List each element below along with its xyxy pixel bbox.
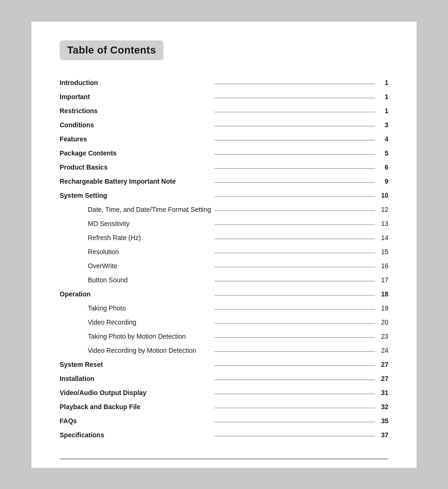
toc-label: Resolution bbox=[60, 242, 215, 256]
toc-dots bbox=[215, 214, 375, 228]
toc-dots bbox=[215, 116, 375, 130]
toc-row: Taking Photo19 bbox=[60, 299, 388, 313]
toc-page-number: 27 bbox=[375, 369, 388, 383]
toc-dots bbox=[215, 397, 375, 411]
toc-row: Button Sound17 bbox=[60, 271, 388, 285]
toc-dots bbox=[215, 285, 375, 299]
toc-page-number: 1 bbox=[375, 101, 388, 116]
toc-label: Playback and Backup File bbox=[60, 397, 215, 411]
title-box: Table of Contents bbox=[60, 40, 163, 60]
toc-page-number: 23 bbox=[375, 327, 388, 341]
toc-row: OverWrite16 bbox=[60, 256, 388, 271]
toc-page-number: 19 bbox=[375, 299, 388, 313]
toc-page-number: 16 bbox=[375, 256, 388, 271]
toc-page-number: 9 bbox=[375, 172, 388, 186]
toc-row: Video/Audio Output Display31 bbox=[60, 383, 388, 397]
bottom-bar bbox=[60, 458, 388, 459]
toc-label: Date, Time, and Date/Time Format Setting bbox=[60, 200, 215, 214]
toc-page-number: 1 bbox=[375, 87, 388, 101]
toc-label: Product Basics bbox=[60, 158, 215, 172]
toc-row: Features4 bbox=[60, 130, 388, 144]
toc-label: Taking Photo by Motion Detection bbox=[60, 327, 215, 341]
toc-label: Video Recording by Motion Detection bbox=[60, 341, 215, 355]
toc-dots bbox=[215, 411, 375, 426]
toc-label: Specifications bbox=[60, 426, 215, 440]
toc-dots bbox=[215, 299, 375, 313]
toc-dots bbox=[215, 341, 375, 355]
toc-label: Rechargeable Battery Important Note bbox=[60, 172, 215, 186]
toc-row: System Reset27 bbox=[60, 355, 388, 369]
toc-page-number: 14 bbox=[375, 228, 388, 242]
toc-page-number: 10 bbox=[375, 186, 388, 200]
toc-label: Taking Photo bbox=[60, 299, 215, 313]
toc-page-number: 27 bbox=[375, 355, 388, 369]
toc-page-number: 17 bbox=[375, 271, 388, 285]
toc-label: System Reset bbox=[60, 355, 215, 369]
toc-row: Operation18 bbox=[60, 285, 388, 299]
toc-dots bbox=[215, 256, 375, 271]
toc-dots bbox=[215, 130, 375, 144]
toc-label: System Setting bbox=[60, 186, 215, 200]
toc-label: Features bbox=[60, 130, 215, 144]
toc-dots bbox=[215, 73, 375, 87]
toc-row: Important1 bbox=[60, 87, 388, 101]
toc-row: FAQs35 bbox=[60, 411, 388, 426]
page: Table of Contents Introduction1Important… bbox=[31, 22, 417, 468]
toc-row: Specifications37 bbox=[60, 426, 388, 440]
toc-row: Video Recording by Motion Detection24 bbox=[60, 341, 388, 355]
toc-row: Introduction1 bbox=[60, 73, 388, 87]
toc-dots bbox=[215, 313, 375, 327]
toc-label: Operation bbox=[60, 285, 215, 299]
toc-page-number: 12 bbox=[375, 200, 388, 214]
toc-label: Video/Audio Output Display bbox=[60, 383, 215, 397]
toc-dots bbox=[215, 242, 375, 256]
toc-dots bbox=[215, 87, 375, 101]
toc-row: Package Contents5 bbox=[60, 144, 388, 158]
toc-page-number: 32 bbox=[375, 397, 388, 411]
toc-row: System Setting10 bbox=[60, 186, 388, 200]
toc-label: MD Sensitivity bbox=[60, 214, 215, 228]
toc-page-number: 4 bbox=[375, 130, 388, 144]
toc-row: Video Recording20 bbox=[60, 313, 388, 327]
toc-label: Important bbox=[60, 87, 215, 101]
toc-page-number: 37 bbox=[375, 426, 388, 440]
page-title: Table of Contents bbox=[67, 44, 156, 56]
toc-dots bbox=[215, 186, 375, 200]
toc-dots bbox=[215, 172, 375, 186]
toc-page-number: 5 bbox=[375, 144, 388, 158]
toc-row: Refresh Rate (Hz)14 bbox=[60, 228, 388, 242]
toc-dots bbox=[215, 228, 375, 242]
toc-row: Installation27 bbox=[60, 369, 388, 383]
toc-dots bbox=[215, 101, 375, 116]
toc-page-number: 31 bbox=[375, 383, 388, 397]
toc-label: Conditions bbox=[60, 116, 215, 130]
toc-label: OverWrite bbox=[60, 256, 215, 271]
toc-row: MD Sensitivity13 bbox=[60, 214, 388, 228]
toc-page-number: 24 bbox=[375, 341, 388, 355]
toc-page-number: 15 bbox=[375, 242, 388, 256]
toc-row: Resolution15 bbox=[60, 242, 388, 256]
toc-dots bbox=[215, 383, 375, 397]
toc-label: Installation bbox=[60, 369, 215, 383]
toc-row: Playback and Backup File32 bbox=[60, 397, 388, 411]
toc-label: Introduction bbox=[60, 73, 215, 87]
toc-page-number: 13 bbox=[375, 214, 388, 228]
toc-dots bbox=[215, 327, 375, 341]
toc-label: Button Sound bbox=[60, 271, 215, 285]
toc-page-number: 35 bbox=[375, 411, 388, 426]
toc-dots bbox=[215, 271, 375, 285]
toc-page-number: 6 bbox=[375, 158, 388, 172]
toc-page-number: 1 bbox=[375, 73, 388, 87]
toc-page-number: 3 bbox=[375, 116, 388, 130]
toc-dots bbox=[215, 369, 375, 383]
toc-dots bbox=[215, 158, 375, 172]
toc-row: Taking Photo by Motion Detection23 bbox=[60, 327, 388, 341]
toc-dots bbox=[215, 426, 375, 440]
toc-table: Introduction1Important1Restrictions1Cond… bbox=[60, 73, 388, 440]
toc-dots bbox=[215, 200, 375, 214]
toc-row: Restrictions1 bbox=[60, 101, 388, 116]
toc-row: Date, Time, and Date/Time Format Setting… bbox=[60, 200, 388, 214]
toc-row: Product Basics6 bbox=[60, 158, 388, 172]
toc-row: Rechargeable Battery Important Note9 bbox=[60, 172, 388, 186]
toc-label: Package Contents bbox=[60, 144, 215, 158]
